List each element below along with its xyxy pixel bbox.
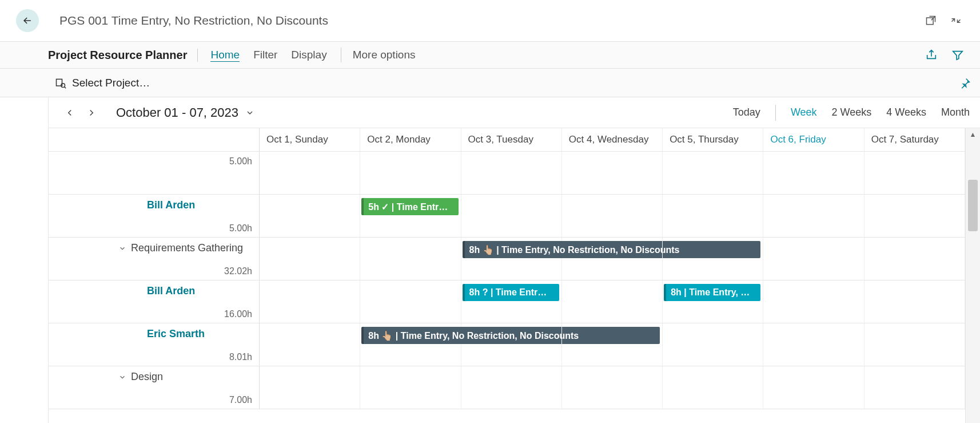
row-hours: 5.00h	[229, 223, 252, 234]
row-label-cell: 5.00h	[49, 152, 260, 194]
day-cell[interactable]	[763, 280, 864, 323]
day-cell[interactable]	[562, 366, 663, 409]
date-range-picker[interactable]: October 01 - 07, 2023	[116, 105, 254, 120]
day-cell[interactable]	[663, 152, 763, 194]
title-actions	[925, 15, 964, 26]
collapse-icon	[950, 15, 962, 26]
day-cell[interactable]	[763, 152, 864, 194]
col-header: Oct 1, Sunday	[260, 128, 360, 151]
day-cell[interactable]: 8h ? | Time Entr…	[461, 280, 562, 323]
next-range-button[interactable]	[81, 104, 102, 121]
day-cell[interactable]	[360, 238, 461, 280]
planner-grid[interactable]: Oct 1, Sunday Oct 2, Monday Oct 3, Tuesd…	[49, 128, 965, 423]
col-header: Oct 2, Monday	[360, 128, 461, 151]
day-cell[interactable]	[663, 195, 763, 237]
row-hours: 8.01h	[229, 352, 252, 362]
chevron-down-icon[interactable]	[118, 373, 126, 381]
day-cell[interactable]	[865, 280, 965, 323]
select-project-link[interactable]: Select Project…	[72, 77, 150, 89]
view-month[interactable]: Month	[941, 106, 970, 118]
menu-more-options[interactable]: More options	[353, 49, 416, 61]
day-cell[interactable]	[865, 366, 965, 409]
day-cell[interactable]	[562, 195, 663, 237]
day-cell[interactable]	[360, 366, 461, 409]
day-cell[interactable]	[663, 366, 763, 409]
pin-button[interactable]	[959, 77, 971, 89]
day-cell[interactable]	[763, 195, 864, 237]
today-button[interactable]: Today	[733, 106, 760, 118]
day-cell[interactable]	[562, 238, 663, 280]
day-cell[interactable]	[865, 195, 965, 237]
share-button[interactable]	[925, 49, 938, 61]
day-cell[interactable]	[260, 238, 360, 280]
day-cell[interactable]	[763, 366, 864, 409]
back-button[interactable]	[16, 9, 39, 32]
menu-home[interactable]: Home	[210, 49, 240, 62]
day-cell[interactable]	[562, 323, 663, 366]
menu-display[interactable]: Display	[291, 49, 326, 61]
row-hours: 32.02h	[224, 266, 252, 276]
planner-event[interactable]: 5h ✓ | Time Entr…	[361, 198, 458, 215]
chevron-down-icon[interactable]	[118, 244, 126, 252]
col-header-today: Oct 6, Friday	[763, 128, 864, 151]
planner-row: Bill Arden16.00h8h ? | Time Entr…8h | Ti…	[49, 280, 965, 323]
arrow-left-icon	[22, 15, 33, 26]
date-range-bar: October 01 - 07, 2023 Today Week 2 Weeks…	[49, 97, 980, 128]
day-cell[interactable]	[461, 195, 562, 237]
day-cell[interactable]	[461, 366, 562, 409]
day-cell[interactable]	[360, 280, 461, 323]
planner-row: Bill Arden5.00h5h ✓ | Time Entr…	[49, 195, 965, 238]
day-cell[interactable]	[260, 366, 360, 409]
row-hours: 5.00h	[229, 156, 252, 167]
day-cell[interactable]	[360, 152, 461, 194]
planner-row: Design7.00h	[49, 366, 965, 409]
day-cell[interactable]	[562, 152, 663, 194]
vertical-scrollbar[interactable]: ▲	[965, 128, 980, 423]
day-cell[interactable]: 5h ✓ | Time Entr…	[360, 195, 461, 237]
planner-event[interactable]: 8h ? | Time Entr…	[463, 284, 559, 301]
day-cell[interactable]: 8h | Time Entry, …	[663, 280, 763, 323]
day-cell[interactable]: 8h 👆🏼 | Time Entry, No Restriction, No D…	[461, 238, 562, 280]
filter-toggle-button[interactable]	[951, 49, 964, 61]
title-bar: PGS 001 Time Entry, No Restriction, No D…	[0, 0, 980, 41]
day-cell[interactable]	[260, 195, 360, 237]
resource-name[interactable]: Eric Smarth	[55, 328, 252, 340]
chevron-down-icon	[245, 108, 254, 117]
row-label-cell: Bill Arden5.00h	[49, 195, 260, 237]
menu-filter[interactable]: Filter	[253, 49, 277, 61]
day-cell[interactable]	[663, 323, 763, 366]
planner-event[interactable]: 8h | Time Entry, …	[664, 284, 760, 301]
funnel-icon	[951, 49, 964, 61]
collapse-button[interactable]	[950, 15, 962, 26]
day-cell[interactable]	[663, 238, 763, 280]
resource-name[interactable]: Bill Arden	[55, 285, 252, 297]
prev-range-button[interactable]	[59, 104, 81, 121]
day-cell[interactable]	[865, 238, 965, 280]
view-4weeks[interactable]: 4 Weeks	[886, 106, 926, 118]
view-2weeks[interactable]: 2 Weeks	[832, 106, 872, 118]
chevron-left-icon	[65, 108, 75, 118]
day-cell[interactable]	[260, 152, 360, 194]
task-name[interactable]: Requirements Gathering	[55, 242, 252, 254]
day-cell[interactable]	[461, 323, 562, 366]
day-cell[interactable]	[763, 323, 864, 366]
day-cell[interactable]	[865, 152, 965, 194]
header-spacer	[49, 128, 260, 151]
col-header: Oct 3, Tuesday	[461, 128, 562, 151]
day-cell[interactable]	[260, 280, 360, 323]
view-week[interactable]: Week	[791, 106, 817, 118]
day-cell[interactable]	[562, 280, 663, 323]
day-cell[interactable]	[865, 323, 965, 366]
range-separator	[775, 105, 776, 121]
scroll-thumb[interactable]	[968, 180, 978, 231]
planner-row: 5.00h	[49, 152, 965, 195]
day-cell[interactable]	[260, 323, 360, 366]
task-name[interactable]: Design	[55, 371, 252, 383]
day-cell[interactable]: 8h 👆🏼 | Time Entry, No Restriction, No D…	[360, 323, 461, 366]
resource-name[interactable]: Bill Arden	[55, 199, 252, 211]
day-cell[interactable]	[763, 238, 864, 280]
row-hours: 7.00h	[229, 395, 252, 405]
page-title: PGS 001 Time Entry, No Restriction, No D…	[59, 14, 328, 27]
day-cell[interactable]	[461, 152, 562, 194]
open-new-window-button[interactable]	[925, 15, 937, 26]
